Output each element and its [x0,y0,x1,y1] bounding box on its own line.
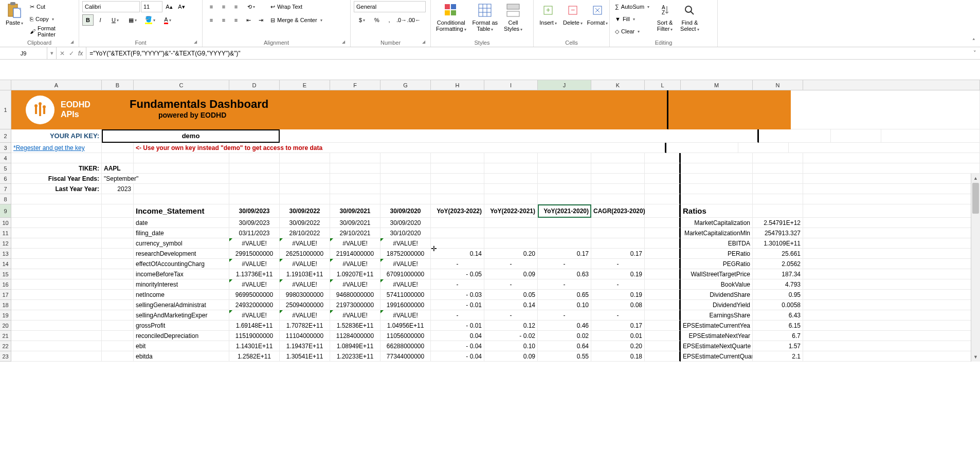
ratio-value[interactable]: 6.15 [753,320,803,331]
fx-icon[interactable]: fx [78,50,83,57]
sort-filter-button[interactable]: AZ Sort & Filter▾ [654,1,676,33]
column-header[interactable]: K [591,80,645,90]
yoy-value[interactable]: 0.63 [538,269,591,279]
metric-value[interactable]: #VALUE! [380,238,431,249]
metric-value[interactable]: 21914000000 [330,249,380,259]
ratio-value[interactable]: 25.661 [753,249,803,259]
ratio-label[interactable]: MarketCapitalization [681,218,753,228]
yoy-value[interactable] [538,228,591,238]
ratio-value[interactable]: 2.0562 [753,259,803,269]
row-header[interactable]: 6 [0,174,11,184]
date-header[interactable]: 30/09/2022 [280,204,330,218]
metric-label[interactable]: date [134,218,229,228]
yoy-value[interactable] [431,238,484,249]
ratio-value[interactable]: 0.0058 [753,300,803,310]
percent-button[interactable]: % [371,14,383,26]
yoy-value[interactable]: - 0.04 [431,351,484,362]
yoy-value[interactable]: 0.09 [484,269,538,279]
metric-value[interactable]: 77344000000 [380,351,431,362]
name-box[interactable] [0,47,47,59]
name-box-dropdown[interactable]: ▾ [47,47,57,59]
fill-button[interactable]: ▼Fill▾ [613,13,651,25]
yoy-value[interactable]: 0.46 [538,320,591,331]
cut-button[interactable]: ✂ Cut [28,1,76,12]
vertical-scrollbar[interactable]: ▲ ▼ [971,174,980,362]
yoy-header[interactable]: YoY(2022-2021) [484,204,538,218]
column-header[interactable]: C [134,80,229,90]
wrap-text-button[interactable]: ↩Wrap Text [268,1,324,12]
yoy-value[interactable]: 0.02 [538,331,591,341]
metric-value[interactable]: 1.04956E+11 [380,320,431,331]
fill-color-button[interactable]: 🪣▾ [142,14,158,26]
row-header[interactable]: 11 [0,228,11,238]
api-key-cell[interactable]: demo [102,129,280,143]
income-statement-title[interactable]: Income_Statement [134,204,229,218]
increase-decimal-button[interactable]: .0→ [396,14,407,26]
expand-formula-bar-button[interactable]: ˅ [970,47,980,59]
metric-label[interactable]: minorityInterest [134,279,229,290]
yoy-value[interactable]: - 0.04 [431,341,484,351]
format-painter-button[interactable]: 🖌 Format Painter [28,26,76,37]
cagr-value[interactable] [591,228,645,238]
scroll-down-button[interactable]: ▼ [971,352,980,362]
align-left-button[interactable]: ≡ [206,14,217,26]
metric-value[interactable]: 67091000000 [380,269,431,279]
row-header[interactable]: 16 [0,279,11,290]
metric-value[interactable]: #VALUE! [330,259,380,269]
ratio-value[interactable]: 1.57 [753,341,803,351]
yoy-value[interactable]: - [431,310,484,320]
insert-cells-button[interactable]: + Insert▾ [537,1,559,27]
cagr-value[interactable] [591,218,645,228]
metric-label[interactable]: effectOfAccountingCharg [134,259,229,269]
yoy-value[interactable]: 0.12 [484,320,538,331]
autosum-button[interactable]: ∑AutoSum▾ [613,1,651,12]
metric-label[interactable]: ebitda [134,351,229,362]
metric-value[interactable]: 26251000000 [280,249,330,259]
metric-value[interactable]: 11519000000 [229,331,280,341]
row-header[interactable]: 12 [0,238,11,249]
warning-text[interactable]: <- Use your own key instead "demo" to ge… [134,143,666,153]
yoy-value[interactable]: - [484,310,538,320]
find-select-button[interactable]: Find & Select▾ [678,1,701,33]
yoy-value[interactable]: 0.65 [538,290,591,300]
metric-value[interactable]: 1.69148E+11 [229,320,280,331]
ratio-label[interactable]: BookValue [681,279,753,290]
metric-value[interactable]: 30/10/2020 [380,228,431,238]
number-format-select[interactable] [354,1,426,12]
yoy-value[interactable]: - [484,259,538,269]
yoy-header[interactable]: YoY(2023-2022) [431,204,484,218]
yoy-value[interactable]: - [484,279,538,290]
column-header[interactable]: I [484,80,538,90]
ratio-value[interactable]: 2.1 [753,351,803,362]
ratio-label[interactable]: EPSEstimateNextYear [681,331,753,341]
cagr-value[interactable]: 0.08 [591,300,645,310]
yoy-value[interactable] [538,238,591,249]
api-key-label[interactable]: YOUR API KEY: [11,129,102,143]
cagr-value[interactable]: 0.17 [591,249,645,259]
row-header[interactable]: 21 [0,331,11,341]
scrollbar-thumb[interactable] [972,183,979,214]
ratio-label[interactable]: DividendShare [681,290,753,300]
metric-label[interactable]: filing_date [134,228,229,238]
ratio-label[interactable]: WallStreetTargetPrice [681,269,753,279]
increase-indent-button[interactable]: ⇥ [255,14,266,26]
yoy-value[interactable]: 0.20 [484,249,538,259]
register-link[interactable]: *Regester and get the key [11,143,102,153]
ratio-value[interactable]: 2547913.327 [753,228,803,238]
metric-value[interactable]: 1.19437E+11 [280,341,330,351]
yoy-value[interactable]: 0.17 [538,249,591,259]
metric-value[interactable]: #VALUE! [280,310,330,320]
ratios-title[interactable]: Ratios [681,204,753,218]
yoy-value[interactable]: - [431,279,484,290]
row-header[interactable]: 14 [0,259,11,269]
row-header[interactable]: 8 [0,194,11,204]
ratio-value[interactable]: 6.7 [753,331,803,341]
metric-value[interactable]: #VALUE! [330,310,380,320]
row-header[interactable]: 1 [0,90,11,129]
active-cell[interactable]: YoY(2021-2020) [538,204,591,218]
scroll-up-button[interactable]: ▲ [971,174,980,183]
column-header[interactable]: G [380,80,431,90]
yoy-value[interactable]: - 0.01 [431,300,484,310]
metric-value[interactable]: 18752000000 [380,249,431,259]
row-header[interactable]: 5 [0,163,11,174]
